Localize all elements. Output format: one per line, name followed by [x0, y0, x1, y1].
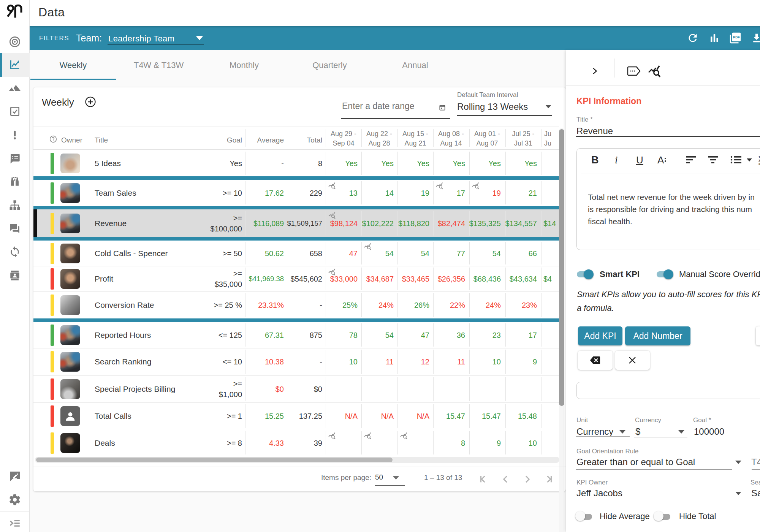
svg-text:1: 1 [758, 155, 760, 159]
svg-text:3: 3 [758, 162, 760, 165]
svg-text:PDF: PDF [733, 35, 740, 39]
svg-text:2: 2 [758, 159, 760, 162]
